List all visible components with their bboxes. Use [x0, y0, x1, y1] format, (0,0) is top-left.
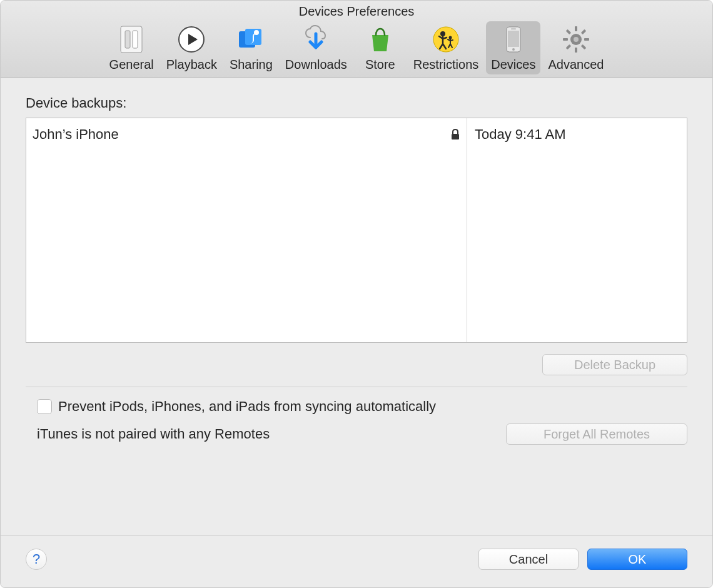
svg-rect-11 — [508, 31, 519, 47]
backup-row[interactable]: John’s iPhone — [33, 126, 460, 143]
tab-label: General — [109, 58, 154, 72]
content-area: Device backups: John’s iPhone Today 9:41… — [1, 78, 712, 535]
svg-rect-20 — [566, 44, 571, 49]
tab-label: Sharing — [230, 58, 273, 72]
lock-icon — [450, 129, 460, 140]
tab-label: Downloads — [285, 58, 347, 72]
general-icon — [116, 24, 147, 55]
tab-restrictions[interactable]: Restrictions — [408, 21, 483, 74]
svg-rect-24 — [452, 134, 459, 139]
tab-label: Playback — [166, 58, 217, 72]
remotes-row: iTunes is not paired with any Remotes Fo… — [37, 423, 687, 445]
restrictions-icon — [430, 24, 462, 55]
svg-rect-15 — [575, 26, 577, 31]
tab-devices[interactable]: Devices — [486, 21, 540, 74]
svg-rect-17 — [563, 38, 568, 41]
svg-rect-1 — [125, 31, 130, 48]
backups-name-column: John’s iPhone — [26, 118, 467, 342]
delete-backup-button[interactable]: Delete Backup — [542, 354, 687, 375]
svg-rect-2 — [133, 31, 138, 48]
prevent-sync-checkbox[interactable] — [37, 399, 52, 414]
store-icon — [365, 24, 396, 55]
toolbar: General Playback — [1, 21, 712, 77]
divider — [26, 387, 687, 387]
prevent-sync-label: Prevent iPods, iPhones, and iPads from s… — [58, 398, 436, 415]
help-button[interactable]: ? — [26, 549, 47, 570]
tab-playback[interactable]: Playback — [161, 21, 222, 74]
remotes-status-text: iTunes is not paired with any Remotes — [37, 426, 506, 442]
backups-date-column: Today 9:41 AM — [467, 118, 687, 342]
titlebar: Devices Preferences General — [1, 1, 712, 78]
svg-point-12 — [512, 48, 515, 51]
svg-rect-19 — [581, 29, 586, 34]
footer: ? Cancel OK — [1, 535, 712, 587]
svg-rect-16 — [575, 48, 577, 53]
tab-label: Restrictions — [413, 58, 478, 72]
tab-advanced[interactable]: Advanced — [543, 21, 609, 74]
sharing-icon — [235, 24, 266, 55]
svg-rect-0 — [121, 26, 142, 53]
backup-date: Today 9:41 AM — [475, 126, 679, 143]
tab-label: Advanced — [548, 58, 604, 72]
devices-icon — [498, 24, 529, 55]
advanced-icon — [560, 24, 592, 55]
playback-icon — [176, 24, 207, 55]
tab-downloads[interactable]: Downloads — [280, 21, 352, 74]
tab-sharing[interactable]: Sharing — [225, 21, 278, 74]
svg-rect-13 — [511, 29, 516, 30]
svg-rect-21 — [566, 29, 571, 34]
svg-rect-22 — [581, 44, 586, 49]
forget-all-remotes-button[interactable]: Forget All Remotes — [506, 423, 687, 445]
prevent-sync-row: Prevent iPods, iPhones, and iPads from s… — [37, 398, 687, 415]
window-title: Devices Preferences — [1, 4, 712, 21]
svg-point-6 — [254, 30, 259, 35]
svg-point-23 — [574, 37, 579, 42]
backup-name: John’s iPhone — [33, 126, 450, 143]
tab-label: Store — [365, 58, 395, 72]
backups-table[interactable]: John’s iPhone Today 9:41 AM — [26, 118, 687, 343]
downloads-icon — [300, 24, 331, 55]
tab-store[interactable]: Store — [355, 21, 406, 74]
preferences-window: Devices Preferences General — [0, 0, 713, 588]
ok-button[interactable]: OK — [587, 549, 687, 570]
device-backups-heading: Device backups: — [26, 95, 687, 111]
tab-label: Devices — [491, 58, 535, 72]
cancel-button[interactable]: Cancel — [478, 549, 579, 570]
tab-general[interactable]: General — [104, 21, 159, 74]
svg-rect-18 — [584, 38, 589, 41]
